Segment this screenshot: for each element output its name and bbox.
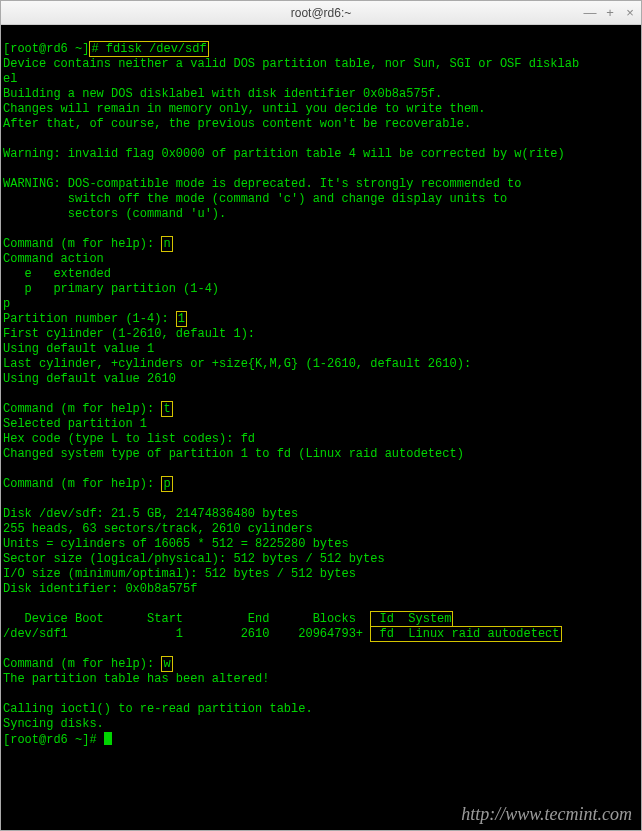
output-line: Syncing disks. [3,717,104,731]
output-line: Sector size (logical/physical): 512 byte… [3,552,385,566]
output-line: switch off the mode (command 'c') and ch… [3,192,507,206]
highlight-fdisk-cmd: # fdisk /dev/sdf [89,41,208,57]
prompt-user-host: root@rd6 [10,42,68,56]
partition-number-prompt: Partition number (1-4): [3,312,176,326]
output-line: Using default value 1 [3,342,154,356]
output-line: Selected partition 1 [3,417,147,431]
prompt-path: ~ [75,42,82,56]
prompt-path: ~ [75,733,82,747]
highlight-input-n: n [161,236,172,252]
output-line: p [3,297,10,311]
titlebar[interactable]: root@rd6:~ — + × [1,1,641,25]
highlight-id-system-header: Id System [370,611,453,627]
terminal-window: root@rd6:~ — + × [root@rd6 ~]# fdisk /de… [0,0,642,831]
output-line: e extended [3,267,111,281]
cursor-icon [104,732,112,745]
output-line: Last cylinder, +cylinders or +size{K,M,G… [3,357,471,371]
maximize-button[interactable]: + [603,5,617,20]
output-line: First cylinder (1-2610, default 1): [3,327,255,341]
output-line: Warning: invalid flag 0x0000 of partitio… [3,147,565,161]
partition-table-row: /dev/sdf1 1 2610 20964793+ [3,627,370,641]
highlight-input-1: 1 [176,311,187,327]
output-line: I/O size (minimum/optimal): 512 bytes / … [3,567,356,581]
output-line: Command action [3,252,104,266]
output-line: Disk /dev/sdf: 21.5 GB, 21474836480 byte… [3,507,298,521]
output-line: Building a new DOS disklabel with disk i… [3,87,442,101]
output-line: sectors (command 'u'). [3,207,226,221]
output-line: Device contains neither a valid DOS part… [3,57,579,71]
prompt-user-host: root@rd6 [10,733,68,747]
highlight-input-p: p [161,476,172,492]
output-line: WARNING: DOS-compatible mode is deprecat… [3,177,521,191]
output-line: 255 heads, 63 sectors/track, 2610 cylind… [3,522,313,536]
highlight-input-w: w [161,656,172,672]
output-line: Units = cylinders of 16065 * 512 = 82252… [3,537,349,551]
output-line: Disk identifier: 0x0b8a575f [3,582,197,596]
command-prompt: Command (m for help): [3,477,161,491]
output-line: p primary partition (1-4) [3,282,219,296]
output-line: After that, of course, the previous cont… [3,117,471,131]
command-prompt: Command (m for help): [3,237,161,251]
output-line: Changed system type of partition 1 to fd… [3,447,464,461]
output-line: The partition table has been altered! [3,672,269,686]
output-line: Changes will remain in memory only, unti… [3,102,485,116]
output-line: Calling ioctl() to re-read partition tab… [3,702,313,716]
partition-table-header: Device Boot Start End Blocks [3,612,370,626]
minimize-button[interactable]: — [583,5,597,20]
command-prompt: Command (m for help): [3,657,161,671]
highlight-input-t: t [161,401,172,417]
output-line: Hex code (type L to list codes): fd [3,432,255,446]
output-line: el [3,72,17,86]
window-controls: — + × [583,5,637,20]
window-title: root@rd6:~ [291,6,352,20]
close-button[interactable]: × [623,5,637,20]
fdisk-command: fdisk /dev/sdf [106,42,207,56]
output-line: Using default value 2610 [3,372,176,386]
command-prompt: Command (m for help): [3,402,161,416]
highlight-id-system-row: fd Linux raid autodetect [370,626,561,642]
terminal-body[interactable]: [root@rd6 ~]# fdisk /dev/sdf Device cont… [1,25,641,830]
